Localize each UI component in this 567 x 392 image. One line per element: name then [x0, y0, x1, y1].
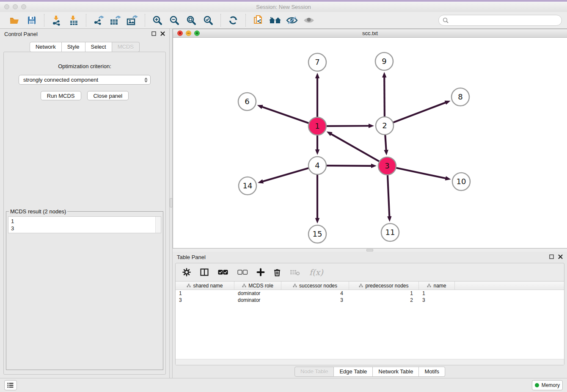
- table-cell[interactable]: 1: [349, 290, 419, 297]
- graph-node-9[interactable]: 9: [375, 52, 393, 70]
- save-session-icon[interactable]: [25, 14, 39, 27]
- eye-icon[interactable]: [302, 14, 316, 27]
- svg-text:15: 15: [313, 229, 322, 238]
- graph-node-3[interactable]: 3: [378, 157, 396, 175]
- graph-node-1[interactable]: 1: [308, 117, 326, 135]
- graph-edge-2-8[interactable]: [385, 101, 451, 126]
- task-history-button[interactable]: [4, 380, 17, 390]
- graph-node-10[interactable]: 10: [452, 173, 470, 190]
- import-table-icon[interactable]: [66, 14, 81, 27]
- horizontal-splitter[interactable]: [173, 248, 567, 252]
- table-cell[interactable]: 1: [419, 290, 455, 297]
- table-cell[interactable]: 1: [176, 290, 234, 297]
- table-cell[interactable]: 3: [176, 297, 234, 304]
- refresh-icon[interactable]: [226, 14, 240, 27]
- column-header-MCDS-role[interactable]: MCDS role: [234, 282, 281, 290]
- tab-select[interactable]: Select: [85, 42, 112, 52]
- network-graph[interactable]: 7968124314101511: [173, 38, 567, 247]
- column-header-shared-name[interactable]: shared name: [176, 282, 234, 290]
- double-house-icon[interactable]: [268, 14, 282, 27]
- close-panel-icon[interactable]: [558, 254, 563, 260]
- table-cell[interactable]: dominator: [234, 297, 281, 304]
- splitter-grip[interactable]: [366, 249, 373, 251]
- result-scrollbar[interactable]: [155, 217, 161, 233]
- column-header-successor-nodes[interactable]: successor nodes: [281, 282, 349, 290]
- graph-node-8[interactable]: 8: [451, 88, 469, 106]
- tab-node-table[interactable]: Node Table: [295, 367, 334, 377]
- documents-share-icon[interactable]: [251, 14, 265, 27]
- table-row[interactable]: 1dominator411: [176, 290, 564, 297]
- zoom-in-icon[interactable]: [150, 14, 165, 27]
- main-toolbar: [0, 12, 567, 29]
- graph-node-7[interactable]: 7: [308, 53, 326, 71]
- two-pane-icon[interactable]: [200, 268, 209, 276]
- tab-network-table[interactable]: Network Table: [373, 367, 419, 377]
- table-row[interactable]: 3dominator323: [176, 297, 564, 304]
- graph-node-6[interactable]: 6: [238, 93, 256, 110]
- tab-mcds[interactable]: MCDS: [112, 42, 140, 52]
- network-canvas[interactable]: 7968124314101511: [173, 38, 567, 248]
- deselect-all-checks-icon[interactable]: [237, 270, 248, 275]
- zoom-fit-icon[interactable]: [184, 14, 198, 27]
- graph-node-15[interactable]: 15: [308, 225, 326, 243]
- graph-edge-1-6[interactable]: [257, 105, 317, 126]
- zoom-selected-icon[interactable]: [201, 14, 215, 27]
- search-input[interactable]: [438, 15, 562, 26]
- delete-column-icon[interactable]: [274, 268, 281, 276]
- network-close-button[interactable]: [177, 30, 183, 36]
- graph-edge-3-10[interactable]: [387, 166, 451, 180]
- gear-icon[interactable]: [182, 268, 191, 276]
- network-minimize-button[interactable]: [186, 30, 191, 36]
- column-type-icon: [242, 284, 246, 287]
- zoom-out-icon[interactable]: [167, 14, 182, 27]
- add-column-icon[interactable]: [257, 268, 264, 276]
- network-zoom-button[interactable]: [194, 30, 200, 36]
- graph-node-14[interactable]: 14: [239, 177, 256, 195]
- mcds-result-box: MCDS result (2 nodes) 1 3: [6, 208, 163, 370]
- close-window-button[interactable]: [4, 4, 9, 9]
- table-cell[interactable]: 3: [419, 297, 455, 304]
- memory-button[interactable]: Memory: [532, 380, 563, 390]
- graph-node-4[interactable]: 4: [308, 157, 326, 174]
- close-panel-icon[interactable]: [160, 31, 165, 37]
- table-horizontal-scrollbar[interactable]: [176, 359, 564, 365]
- graph-node-2[interactable]: 2: [376, 117, 394, 135]
- column-header-predecessor-nodes[interactable]: predecessor nodes: [349, 282, 419, 290]
- delete-table-icon-disabled: [290, 269, 300, 276]
- export-network-icon[interactable]: [91, 14, 106, 27]
- mcds-result-list[interactable]: 1 3: [8, 216, 161, 233]
- column-type-icon: [187, 284, 191, 287]
- tab-motifs[interactable]: Motifs: [419, 367, 445, 377]
- import-network-icon[interactable]: [50, 14, 64, 27]
- zoom-window-button[interactable]: [21, 4, 26, 9]
- minimize-window-button[interactable]: [13, 4, 18, 9]
- tab-style[interactable]: Style: [62, 42, 85, 52]
- run-mcds-button[interactable]: Run MCDS: [41, 91, 81, 100]
- window-titlebar: Session: New Session: [0, 2, 567, 12]
- table-toolbar: f(x): [176, 263, 564, 281]
- float-panel-icon[interactable]: [549, 254, 554, 260]
- table-cell[interactable]: 2: [349, 297, 419, 304]
- graph-node-11[interactable]: 11: [381, 224, 399, 241]
- criterion-select[interactable]: strongly connected component: [19, 75, 151, 85]
- tab-edge-table[interactable]: Edge Table: [334, 367, 373, 377]
- memory-label: Memory: [542, 382, 560, 388]
- tab-network[interactable]: Network: [30, 42, 62, 52]
- eye-slash-icon[interactable]: [285, 14, 299, 27]
- main-area: Control Panel NetworkStyleSelectMCDS Opt…: [0, 29, 567, 378]
- vertical-splitter[interactable]: [169, 29, 173, 378]
- splitter-grip[interactable]: [170, 198, 173, 207]
- column-header-name[interactable]: name: [419, 282, 455, 290]
- float-panel-icon[interactable]: [151, 31, 156, 37]
- export-image-icon[interactable]: [125, 14, 140, 27]
- close-panel-button[interactable]: Close panel: [87, 91, 129, 100]
- table-cell[interactable]: dominator: [234, 290, 281, 297]
- window-traffic-lights: [4, 2, 26, 12]
- export-table-icon[interactable]: [108, 14, 123, 27]
- table-cell[interactable]: 4: [281, 290, 349, 297]
- table-cell[interactable]: 3: [281, 297, 349, 304]
- select-all-checks-icon[interactable]: [218, 270, 228, 275]
- svg-text:10: 10: [457, 177, 466, 186]
- graph-edge-3-1[interactable]: [327, 131, 387, 166]
- open-session-icon[interactable]: [8, 14, 22, 27]
